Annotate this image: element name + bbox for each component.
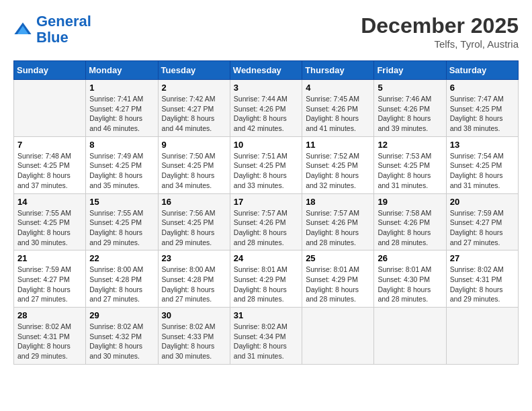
day-number: 3 <box>234 83 298 93</box>
calendar-cell <box>446 308 518 365</box>
header-cell-thursday: Thursday <box>302 61 374 80</box>
day-number: 1 <box>89 83 154 93</box>
header-cell-monday: Monday <box>86 61 158 80</box>
logo: General Blue <box>13 13 91 46</box>
calendar-cell <box>374 308 446 365</box>
header-cell-sunday: Sunday <box>14 61 86 80</box>
calendar-cell: 20Sunrise: 7:59 AM Sunset: 4:27 PM Dayli… <box>446 193 518 250</box>
day-info: Sunrise: 8:01 AM Sunset: 4:29 PM Dayligh… <box>234 265 298 304</box>
day-number: 6 <box>450 83 515 93</box>
logo-icon <box>13 20 32 39</box>
location: Telfs, Tyrol, Austria <box>361 38 519 50</box>
day-number: 4 <box>306 83 370 93</box>
calendar-cell: 8Sunrise: 7:49 AM Sunset: 4:25 PM Daylig… <box>86 136 158 193</box>
day-number: 9 <box>162 140 226 150</box>
calendar-cell: 17Sunrise: 7:57 AM Sunset: 4:26 PM Dayli… <box>230 193 302 250</box>
week-row-1: 1Sunrise: 7:41 AM Sunset: 4:27 PM Daylig… <box>14 80 519 137</box>
header-cell-wednesday: Wednesday <box>230 61 302 80</box>
calendar-cell: 9Sunrise: 7:50 AM Sunset: 4:25 PM Daylig… <box>158 136 230 193</box>
calendar-cell: 28Sunrise: 8:02 AM Sunset: 4:31 PM Dayli… <box>14 308 86 365</box>
day-number: 5 <box>378 83 442 93</box>
week-row-2: 7Sunrise: 7:48 AM Sunset: 4:25 PM Daylig… <box>14 136 519 193</box>
day-info: Sunrise: 7:42 AM Sunset: 4:27 PM Dayligh… <box>162 94 226 134</box>
day-info: Sunrise: 7:51 AM Sunset: 4:25 PM Dayligh… <box>234 151 298 191</box>
calendar-cell: 18Sunrise: 7:57 AM Sunset: 4:26 PM Dayli… <box>302 193 374 250</box>
calendar-cell: 25Sunrise: 8:01 AM Sunset: 4:29 PM Dayli… <box>302 250 374 308</box>
day-number: 16 <box>162 197 226 207</box>
calendar-cell: 21Sunrise: 7:59 AM Sunset: 4:27 PM Dayli… <box>14 250 86 308</box>
calendar-cell: 11Sunrise: 7:52 AM Sunset: 4:25 PM Dayli… <box>302 136 374 193</box>
header-cell-tuesday: Tuesday <box>158 61 230 80</box>
calendar-table: SundayMondayTuesdayWednesdayThursdayFrid… <box>13 60 519 365</box>
day-info: Sunrise: 7:44 AM Sunset: 4:26 PM Dayligh… <box>234 94 298 134</box>
day-number: 29 <box>89 310 154 320</box>
day-number: 8 <box>89 140 154 150</box>
day-number: 26 <box>378 253 442 263</box>
day-number: 18 <box>306 197 370 207</box>
day-number: 27 <box>450 253 515 263</box>
calendar-cell: 27Sunrise: 8:02 AM Sunset: 4:31 PM Dayli… <box>446 250 518 308</box>
day-number: 19 <box>378 197 442 207</box>
calendar-cell: 13Sunrise: 7:54 AM Sunset: 4:25 PM Dayli… <box>446 136 518 193</box>
week-row-3: 14Sunrise: 7:55 AM Sunset: 4:25 PM Dayli… <box>14 193 519 250</box>
week-row-4: 21Sunrise: 7:59 AM Sunset: 4:27 PM Dayli… <box>14 250 519 308</box>
week-row-5: 28Sunrise: 8:02 AM Sunset: 4:31 PM Dayli… <box>14 308 519 365</box>
calendar-cell: 15Sunrise: 7:55 AM Sunset: 4:25 PM Dayli… <box>86 193 158 250</box>
calendar-cell: 3Sunrise: 7:44 AM Sunset: 4:26 PM Daylig… <box>230 80 302 137</box>
day-number: 30 <box>162 310 226 320</box>
calendar-cell: 16Sunrise: 7:56 AM Sunset: 4:25 PM Dayli… <box>158 193 230 250</box>
day-info: Sunrise: 7:58 AM Sunset: 4:26 PM Dayligh… <box>378 208 442 248</box>
calendar-cell: 22Sunrise: 8:00 AM Sunset: 4:28 PM Dayli… <box>86 250 158 308</box>
day-info: Sunrise: 8:00 AM Sunset: 4:28 PM Dayligh… <box>162 265 226 304</box>
day-info: Sunrise: 7:46 AM Sunset: 4:26 PM Dayligh… <box>378 94 442 134</box>
calendar-cell: 23Sunrise: 8:00 AM Sunset: 4:28 PM Dayli… <box>158 250 230 308</box>
page-header: General Blue December 2025 Telfs, Tyrol,… <box>13 13 519 50</box>
calendar-cell: 14Sunrise: 7:55 AM Sunset: 4:25 PM Dayli… <box>14 193 86 250</box>
day-info: Sunrise: 7:48 AM Sunset: 4:25 PM Dayligh… <box>17 151 82 191</box>
day-number: 24 <box>234 253 298 263</box>
day-info: Sunrise: 7:55 AM Sunset: 4:25 PM Dayligh… <box>89 208 154 248</box>
day-number: 14 <box>17 197 82 207</box>
day-info: Sunrise: 8:02 AM Sunset: 4:32 PM Dayligh… <box>89 322 154 361</box>
calendar-cell <box>302 308 374 365</box>
calendar-cell: 10Sunrise: 7:51 AM Sunset: 4:25 PM Dayli… <box>230 136 302 193</box>
day-number: 12 <box>378 140 442 150</box>
calendar-cell: 30Sunrise: 8:02 AM Sunset: 4:33 PM Dayli… <box>158 308 230 365</box>
day-info: Sunrise: 7:59 AM Sunset: 4:27 PM Dayligh… <box>450 208 515 248</box>
day-number: 2 <box>162 83 226 93</box>
day-info: Sunrise: 8:02 AM Sunset: 4:34 PM Dayligh… <box>234 322 298 361</box>
calendar-body: 1Sunrise: 7:41 AM Sunset: 4:27 PM Daylig… <box>14 80 519 365</box>
day-info: Sunrise: 7:56 AM Sunset: 4:25 PM Dayligh… <box>162 208 226 248</box>
day-info: Sunrise: 8:02 AM Sunset: 4:31 PM Dayligh… <box>450 265 515 304</box>
calendar-cell: 7Sunrise: 7:48 AM Sunset: 4:25 PM Daylig… <box>14 136 86 193</box>
day-number: 22 <box>89 253 154 263</box>
day-number: 15 <box>89 197 154 207</box>
day-info: Sunrise: 7:59 AM Sunset: 4:27 PM Dayligh… <box>17 265 82 304</box>
header-cell-friday: Friday <box>374 61 446 80</box>
day-number: 20 <box>450 197 515 207</box>
day-info: Sunrise: 8:00 AM Sunset: 4:28 PM Dayligh… <box>89 265 154 304</box>
day-number: 21 <box>17 253 82 263</box>
calendar-cell: 26Sunrise: 8:01 AM Sunset: 4:30 PM Dayli… <box>374 250 446 308</box>
day-info: Sunrise: 7:54 AM Sunset: 4:25 PM Dayligh… <box>450 151 515 191</box>
day-info: Sunrise: 7:41 AM Sunset: 4:27 PM Dayligh… <box>89 94 154 134</box>
calendar-cell: 5Sunrise: 7:46 AM Sunset: 4:26 PM Daylig… <box>374 80 446 137</box>
day-number: 31 <box>234 310 298 320</box>
day-number: 11 <box>306 140 370 150</box>
day-number: 25 <box>306 253 370 263</box>
day-info: Sunrise: 8:01 AM Sunset: 4:29 PM Dayligh… <box>306 265 370 304</box>
day-info: Sunrise: 7:57 AM Sunset: 4:26 PM Dayligh… <box>306 208 370 248</box>
day-info: Sunrise: 7:55 AM Sunset: 4:25 PM Dayligh… <box>17 208 82 248</box>
calendar-cell: 2Sunrise: 7:42 AM Sunset: 4:27 PM Daylig… <box>158 80 230 137</box>
day-info: Sunrise: 7:57 AM Sunset: 4:26 PM Dayligh… <box>234 208 298 248</box>
day-number: 17 <box>234 197 298 207</box>
day-info: Sunrise: 7:47 AM Sunset: 4:25 PM Dayligh… <box>450 94 515 134</box>
day-info: Sunrise: 8:02 AM Sunset: 4:33 PM Dayligh… <box>162 322 226 361</box>
day-info: Sunrise: 8:01 AM Sunset: 4:30 PM Dayligh… <box>378 265 442 304</box>
calendar-cell: 6Sunrise: 7:47 AM Sunset: 4:25 PM Daylig… <box>446 80 518 137</box>
day-info: Sunrise: 7:53 AM Sunset: 4:25 PM Dayligh… <box>378 151 442 191</box>
calendar-cell <box>14 80 86 137</box>
calendar-cell: 29Sunrise: 8:02 AM Sunset: 4:32 PM Dayli… <box>86 308 158 365</box>
logo-text: General Blue <box>36 13 91 46</box>
day-info: Sunrise: 7:49 AM Sunset: 4:25 PM Dayligh… <box>89 151 154 191</box>
